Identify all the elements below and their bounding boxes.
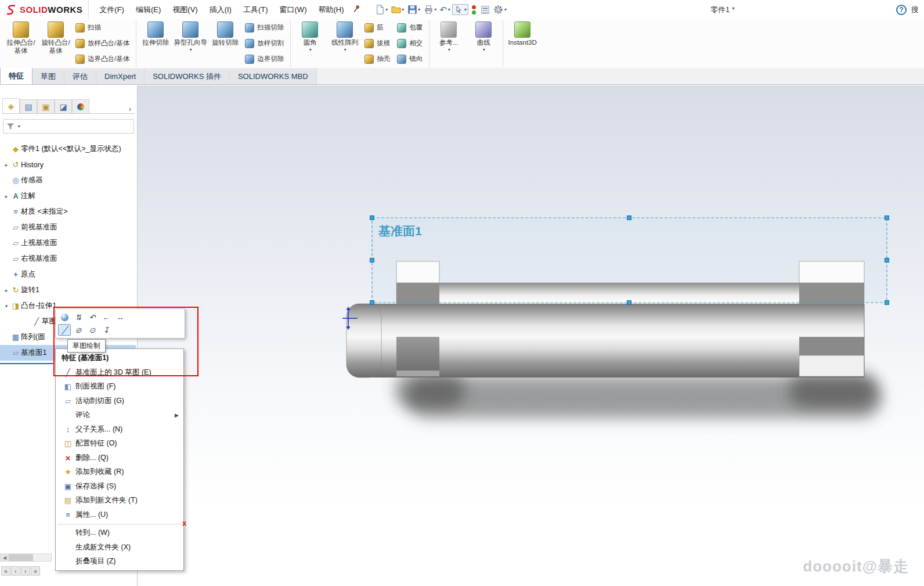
command-tab[interactable]: 特征 (0, 67, 33, 84)
task-pane-icon[interactable] (479, 4, 491, 16)
ribbon-button[interactable]: 旋转凸台/基体 (38, 20, 73, 67)
cylinder-left-cap[interactable] (346, 304, 381, 378)
ribbon-button[interactable]: 线性阵列 ▾ (327, 20, 362, 67)
ribbon-button[interactable]: 参考... ▾ (431, 20, 466, 67)
context-menu-item[interactable]: 评论 ▶ (56, 408, 183, 423)
context-menu-item[interactable]: 配置特征 (O) (56, 437, 183, 451)
right-block-face[interactable] (799, 283, 864, 304)
ribbon-button[interactable] (429, 20, 429, 67)
dimxpert-manager-tab[interactable] (55, 99, 72, 113)
save-icon[interactable]: ▾ (406, 3, 421, 16)
context-tool[interactable] (86, 324, 99, 336)
tree-item[interactable]: 前视基准面 (0, 220, 136, 235)
tree-item[interactable]: 旋转1 (0, 282, 136, 298)
menu-item[interactable]: 工具(T) (237, 0, 274, 19)
open-icon[interactable]: ▾ (390, 3, 405, 16)
tree-expand-icon[interactable] (2, 193, 10, 199)
select-cursor-icon[interactable]: ▾ (452, 4, 468, 15)
context-tool[interactable] (58, 324, 71, 336)
scrollbar-thumb[interactable] (9, 554, 33, 561)
ribbon-button[interactable]: 抽壳 (362, 51, 395, 67)
menu-item[interactable]: 文件(F) (93, 0, 130, 19)
scroll-left-icon[interactable]: ◀ (1, 554, 9, 561)
feature-manager-tab[interactable] (2, 98, 20, 113)
ribbon-button[interactable]: 异型孔向导 ▾ (173, 20, 208, 67)
ribbon-button[interactable]: 边界切除 (243, 51, 288, 67)
tree-item[interactable]: 材质 <未指定> (0, 204, 136, 220)
context-menu-item[interactable]: 转到... (W) (56, 526, 183, 541)
display-manager-tab[interactable] (72, 99, 89, 113)
tree-item[interactable]: 传感器 (0, 172, 136, 188)
tree-expand-icon[interactable] (2, 303, 10, 309)
command-tab[interactable]: 草图 (33, 69, 64, 84)
context-tool[interactable] (100, 311, 113, 323)
context-menu-item[interactable]: 属性... (U) (56, 508, 183, 522)
options-gear-icon[interactable]: ▾ (492, 3, 507, 16)
print-icon[interactable]: ▾ (423, 3, 438, 16)
shaft-model[interactable]: 基准面1 (325, 203, 924, 453)
panel-expand-chevron-icon[interactable]: › (125, 105, 135, 113)
tree-expand-icon[interactable] (2, 162, 10, 168)
undo-icon[interactable]: ↶▾ (439, 4, 452, 15)
ribbon-button[interactable]: 拉伸切除 (138, 20, 173, 67)
context-tool[interactable] (100, 324, 113, 336)
left-block-bottom[interactable] (396, 337, 439, 376)
help-icon[interactable]: ? (896, 5, 907, 15)
menu-item[interactable]: 编辑(E) (130, 0, 167, 19)
nav-prev-icon[interactable]: ‹ (11, 566, 20, 576)
ribbon-button[interactable] (136, 20, 136, 67)
menu-item[interactable]: 插入(I) (204, 0, 237, 19)
new-document-icon[interactable]: ▾ (374, 3, 389, 16)
context-tool[interactable] (72, 311, 85, 323)
context-tool[interactable] (72, 324, 85, 336)
context-menu-item[interactable]: 基准面上的 3D 草图 (E) (56, 365, 183, 380)
context-menu-item[interactable]: 剖面视图 (F) (56, 380, 183, 394)
tree-item[interactable]: History (0, 157, 136, 172)
context-menu-item[interactable]: 生成新文件夹 (X) (56, 540, 183, 555)
tree-item[interactable]: 原点 (0, 267, 136, 282)
context-menu-item[interactable] (57, 524, 182, 524)
ribbon-button[interactable]: 拉伸凸台/基体 (3, 20, 38, 67)
nav-last-icon[interactable]: » (31, 566, 40, 576)
context-menu-item[interactable]: 删除... (Q) (56, 451, 183, 465)
ribbon-button[interactable]: 圆角 ▾ (293, 20, 327, 67)
context-menu-item[interactable]: 保存选择 (S) (56, 479, 183, 494)
menu-item[interactable]: 视图(V) (167, 0, 203, 19)
right-block-bottom[interactable] (799, 337, 864, 355)
configuration-manager-tab[interactable] (37, 99, 55, 113)
tree-item[interactable]: 注解 (0, 188, 136, 204)
context-tool[interactable] (58, 311, 71, 323)
context-tool[interactable] (114, 311, 127, 323)
graphics-area[interactable]: 基准面1 dooooit@暴走 (138, 85, 924, 586)
left-block-top[interactable] (396, 261, 439, 283)
menu-item[interactable]: 帮助(H) (312, 0, 349, 19)
tree-expand-icon[interactable] (2, 287, 10, 293)
tree-item[interactable]: 右视基准面 (0, 251, 136, 267)
ribbon-button[interactable]: 边界凸台/基体 (73, 51, 134, 67)
ribbon-button[interactable]: 镜向 (395, 51, 427, 67)
panel-horizontal-scrollbar[interactable]: ◀ (0, 553, 52, 562)
ribbon-button[interactable]: 扫描切除 (243, 20, 288, 35)
ribbon-button[interactable]: 旋转切除 (208, 20, 243, 67)
left-block-face[interactable] (396, 283, 439, 304)
menu-item[interactable]: 窗口(W) (274, 0, 313, 19)
ribbon-button[interactable]: 扫描 (73, 20, 134, 35)
ribbon-button[interactable]: 放样凸台/基体 (73, 35, 134, 51)
ribbon-button[interactable]: 曲线 ▾ (466, 20, 501, 67)
right-block-white[interactable] (799, 355, 864, 376)
tree-item[interactable]: 零件1 (默认<<默认>_显示状态) (0, 141, 136, 157)
context-menu-item[interactable]: 添加到新文件夹 (T) (56, 494, 183, 508)
context-menu-item[interactable]: 父子关系... (N) (56, 422, 183, 437)
right-block-top[interactable] (799, 261, 864, 283)
nav-next-icon[interactable]: › (21, 566, 30, 576)
context-menu-item[interactable]: 折叠项目 (Z) (56, 555, 183, 569)
command-tab[interactable]: SOLIDWORKS MBD (230, 69, 317, 84)
ribbon-button[interactable]: 相交 (395, 35, 427, 51)
reload-icon[interactable] (470, 5, 478, 15)
ribbon-button[interactable]: 筋 (362, 20, 395, 35)
nav-first-icon[interactable]: « (1, 566, 10, 576)
command-tab[interactable]: SOLIDWORKS 插件 (145, 69, 230, 84)
ribbon-button[interactable]: 包覆 (395, 20, 427, 35)
context-menu-item[interactable]: 添加到收藏 (R) (56, 465, 183, 480)
tree-item[interactable]: 上视基准面 (0, 235, 136, 251)
